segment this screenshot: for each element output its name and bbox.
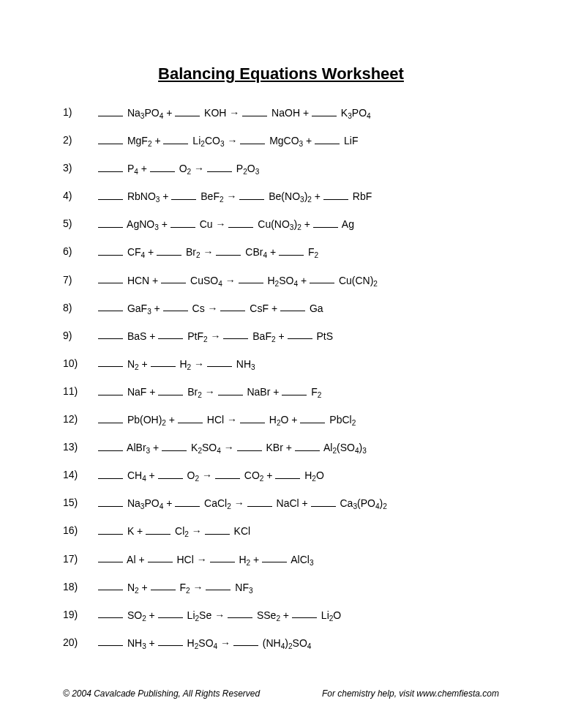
equation-body: CH4 + O2 → CO2 + H2O — [98, 469, 324, 480]
equation-number: 20) — [63, 637, 98, 648]
equation-body: AlBr3 + K2SO4 → KBr + Al2(SO4)3 — [98, 442, 367, 453]
arrow-icon: → — [203, 246, 214, 258]
equation-number: 9) — [63, 330, 98, 341]
arrow-icon: → — [229, 107, 239, 119]
equation-number: 2) — [63, 135, 98, 146]
equation-body: K + Cl2 → KCl — [98, 525, 250, 536]
equation-row: 20) NH3 + H2SO4 → (NH4)2SO4 — [63, 637, 499, 648]
arrow-icon: → — [210, 330, 220, 341]
arrow-icon: → — [227, 135, 237, 146]
equation-body: HCN + CuSO4 → H2SO4 + Cu(CN)2 — [98, 275, 378, 286]
equation-row: 10) N2 + H2 → NH3 — [63, 358, 499, 369]
arrow-icon: → — [194, 357, 204, 369]
page-title: Balancing Equations Worksheet — [63, 64, 499, 83]
arrow-icon: → — [208, 302, 218, 313]
equation-row: 14) CH4 + O2 → CO2 + H2O — [63, 469, 499, 480]
arrow-icon: → — [193, 581, 203, 593]
equation-body: BaS + PtF2 → BaF2 + PtS — [98, 330, 333, 341]
arrow-icon: → — [202, 469, 212, 481]
arrow-icon: → — [197, 553, 207, 565]
equation-body: AgNO3 + Cu → Cu(NO3)2 + Ag — [98, 218, 354, 229]
equation-number: 3) — [63, 163, 98, 174]
equation-number: 4) — [63, 190, 98, 201]
equation-number: 18) — [63, 582, 98, 593]
equation-number: 5) — [63, 218, 98, 229]
equation-row: 2) MgF2 + Li2CO3 → MgCO3 + LiF — [63, 135, 499, 146]
equation-row: 5) AgNO3 + Cu → Cu(NO3)2 + Ag — [63, 218, 499, 229]
equation-body: Na3PO4 + CaCl2 → NaCl + Ca3(PO4)2 — [98, 497, 387, 508]
footer-help: For chemistry help, visit www.chemfiesta… — [322, 688, 499, 699]
equation-body: Na3PO4 + KOH → NaOH + K3PO4 — [98, 107, 371, 118]
arrow-icon: → — [224, 442, 234, 453]
equation-body: CF4 + Br2 → CBr4 + F2 — [98, 246, 318, 257]
equation-row: 19) SO2 + Li2Se → SSe2 + Li2O — [63, 609, 499, 620]
equation-body: NH3 + H2SO4 → (NH4)2SO4 — [98, 637, 311, 648]
equation-number: 6) — [63, 246, 98, 257]
equation-row: 17) Al + HCl → H2 + AlCl3 — [63, 554, 499, 565]
equation-row: 6) CF4 + Br2 → CBr4 + F2 — [63, 246, 499, 257]
equation-row: 9) BaS + PtF2 → BaF2 + PtS — [63, 330, 499, 341]
arrow-icon: → — [234, 497, 244, 509]
equation-row: 12) Pb(OH)2 + HCl → H2O + PbCl2 — [63, 414, 499, 425]
equation-row: 3) P4 + O2 → P2O3 — [63, 163, 499, 174]
equation-row: 8) GaF3 + Cs → CsF + Ga — [63, 302, 499, 313]
arrow-icon: → — [205, 386, 215, 398]
equation-number: 14) — [63, 469, 98, 480]
equation-number: 17) — [63, 554, 98, 565]
equation-row: 16) K + Cl2 → KCl — [63, 525, 499, 536]
equation-number: 10) — [63, 358, 98, 369]
equation-body: P4 + O2 → P2O3 — [98, 163, 259, 174]
equation-row: 18) N2 + F2 → NF3 — [63, 582, 499, 593]
equation-number: 19) — [63, 609, 98, 620]
arrow-icon: → — [192, 525, 202, 537]
equation-body: RbNO3 + BeF2 → Be(NO3)2 + RbF — [98, 190, 372, 201]
equation-number: 13) — [63, 442, 98, 453]
equation-body: Al + HCl → H2 + AlCl3 — [98, 554, 314, 565]
equation-number: 12) — [63, 414, 98, 425]
arrow-icon: → — [226, 190, 236, 202]
equation-body: N2 + H2 → NH3 — [98, 358, 255, 369]
arrow-icon: → — [225, 274, 236, 286]
equation-number: 8) — [63, 302, 98, 313]
equation-list: 1) Na3PO4 + KOH → NaOH + K3PO42) MgF2 + … — [63, 107, 499, 647]
equation-number: 1) — [63, 107, 98, 118]
equation-row: 4) RbNO3 + BeF2 → Be(NO3)2 + RbF — [63, 190, 499, 201]
arrow-icon: → — [194, 163, 204, 174]
equation-body: GaF3 + Cs → CsF + Ga — [98, 302, 323, 313]
arrow-icon: → — [216, 218, 226, 230]
equation-body: NaF + Br2 → NaBr + F2 — [98, 386, 321, 397]
equation-body: SO2 + Li2Se → SSe2 + Li2O — [98, 609, 341, 620]
equation-number: 11) — [63, 386, 98, 397]
equation-number: 15) — [63, 497, 98, 508]
equation-body: N2 + F2 → NF3 — [98, 582, 253, 593]
equation-row: 1) Na3PO4 + KOH → NaOH + K3PO4 — [63, 107, 499, 118]
equation-row: 11) NaF + Br2 → NaBr + F2 — [63, 386, 499, 397]
equation-number: 16) — [63, 525, 98, 536]
page-footer: © 2004 Cavalcade Publishing, All Rights … — [63, 688, 499, 699]
arrow-icon: → — [220, 636, 231, 648]
equation-body: MgF2 + Li2CO3 → MgCO3 + LiF — [98, 135, 359, 146]
equation-row: 13) AlBr3 + K2SO4 → KBr + Al2(SO4)3 — [63, 442, 499, 453]
equation-number: 7) — [63, 275, 98, 286]
equation-row: 7) HCN + CuSO4 → H2SO4 + Cu(CN)2 — [63, 275, 499, 286]
arrow-icon: → — [227, 414, 237, 426]
equation-row: 15) Na3PO4 + CaCl2 → NaCl + Ca3(PO4)2 — [63, 497, 499, 508]
equation-body: Pb(OH)2 + HCl → H2O + PbCl2 — [98, 414, 356, 425]
footer-copyright: © 2004 Cavalcade Publishing, All Rights … — [63, 688, 260, 699]
arrow-icon: → — [214, 609, 225, 620]
worksheet-page: Balancing Equations Worksheet 1) Na3PO4 … — [0, 0, 562, 694]
